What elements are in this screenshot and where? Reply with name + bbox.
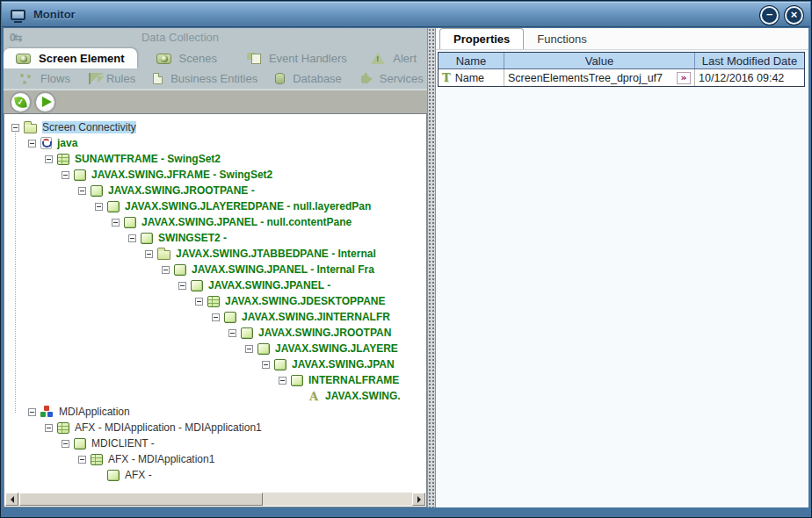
close-button[interactable]: [785, 6, 803, 25]
tab-alert[interactable]: Alert: [362, 48, 425, 68]
scrollbar-track[interactable]: [18, 493, 412, 506]
tree-node-mdiapplication[interactable]: MDIApplication: [4, 404, 426, 420]
tree-node-javax-swing-jrootpan[interactable]: JAVAX.SWING.JROOTPAN: [4, 325, 426, 341]
expand-toggle[interactable]: [62, 440, 69, 448]
tree-node-sunawtframe-swingset2[interactable]: SUNAWTFRAME - SwingSet2: [4, 151, 426, 167]
scroll-right-button[interactable]: [412, 493, 425, 506]
tree-node-internalframe[interactable]: INTERNALFRAME: [4, 372, 426, 388]
tab-rules[interactable]: Rules: [79, 68, 144, 89]
tree-node-mdiclient[interactable]: MDICLIENT -: [4, 435, 426, 451]
scroll-left-button[interactable]: [5, 493, 18, 506]
alert-icon: [371, 53, 385, 64]
tree-node-javax-swing-jrootpane[interactable]: JAVAX.SWING.JROOTPANE -: [4, 183, 426, 198]
tree-node-afx[interactable]: AFX -: [4, 467, 426, 483]
square-icon: [241, 327, 253, 339]
expand-toggle[interactable]: [78, 187, 86, 195]
tree-node-javax-swing-jdesktoppane[interactable]: JAVAX.SWING.JDESKTOPPANE: [4, 293, 426, 309]
tree-node-screen-connectivity[interactable]: Screen Connectivity: [4, 119, 426, 135]
tab-flows[interactable]: Flows: [11, 68, 79, 89]
expand-toggle[interactable]: [62, 171, 69, 179]
tree-node-javax-swing-jpanel-internal-fra[interactable]: JAVAX.SWING.JPANEL - Internal Fra: [4, 262, 426, 277]
expand-toggle[interactable]: [145, 250, 153, 258]
tree-node-label: INTERNALFRAME: [308, 374, 399, 386]
grid-icon: [91, 454, 103, 465]
right-tab-strip: PropertiesFunctions: [436, 28, 808, 50]
expand-toggle[interactable]: [195, 298, 203, 306]
expand-toggle[interactable]: [45, 155, 53, 163]
screen-connectivity-tree: Screen ConnectivityjavaSUNAWTFRAME - Swi…: [4, 113, 427, 507]
tree-node-javax-swing-jtabbedpane-internal[interactable]: JAVAX.SWING.JTABBEDPANE - Internal: [4, 246, 426, 262]
expand-toggle[interactable]: [279, 377, 286, 385]
run-button[interactable]: [34, 91, 56, 113]
square-icon: [174, 264, 186, 276]
expand-toggle[interactable]: [212, 313, 220, 321]
horizontal-scrollbar[interactable]: [5, 493, 425, 506]
tree-node-label: JAVAX.SWING.JDESKTOPPANE: [225, 295, 385, 307]
grid-icon: [57, 422, 69, 434]
tree-node-javax-swing-jframe-swingset2[interactable]: JAVAX.SWING.JFRAME - SwingSet2: [4, 167, 426, 183]
scrollbar-thumb[interactable]: [19, 493, 263, 506]
column-header-name[interactable]: Name: [439, 53, 504, 68]
tree-node-javax-swing-jpanel[interactable]: JAVAX.SWING.JPANEL -: [4, 277, 426, 293]
tree-node-javax-swing-jinternalfr[interactable]: JAVAX.SWING.JINTERNALFR: [4, 309, 426, 325]
tab-label: Event Handlers: [269, 52, 347, 65]
expand-toggle[interactable]: [112, 219, 120, 227]
tree-node-javax-swing-jpanel-null-contentpane[interactable]: JAVAX.SWING.JPANEL - null.contentPane: [4, 214, 426, 230]
folder-icon: [24, 124, 37, 133]
expand-toggle[interactable]: [78, 456, 86, 464]
tree-node-swingset2[interactable]: SWINGSET2 -: [4, 230, 426, 246]
tree-node-javax-swing-jpan[interactable]: JAVAX.SWING.JPAN: [4, 356, 426, 372]
tree-node-label: JAVAX.SWING.: [325, 390, 401, 402]
database-icon: [275, 73, 285, 84]
expand-toggle[interactable]: [28, 140, 36, 147]
column-header-last-modified-date[interactable]: Last Modified Date: [695, 53, 804, 68]
expand-toggle[interactable]: [95, 203, 103, 211]
tab-database[interactable]: Database: [266, 68, 351, 89]
table-header-row: NameValueLast Modified Date: [439, 53, 804, 69]
property-row[interactable]: TNameScreenElementsTree_dproj_uf710/12/2…: [439, 69, 804, 86]
panel-title: Data Collection: [4, 31, 357, 44]
tree-node-afx-mdiapplication1[interactable]: AFX - MDIApplication1: [4, 451, 426, 467]
tab-event-handlers[interactable]: Event Handlers: [238, 48, 356, 68]
tree-node-label: JAVAX.SWING.JFRAME - SwingSet2: [91, 169, 272, 181]
tree-node-label: SWINGSET2 -: [158, 232, 227, 244]
toolbar: [4, 90, 427, 113]
business-icon: [153, 73, 163, 84]
expand-value-button[interactable]: [677, 72, 691, 84]
tree-node-label: JAVAX.SWING.JPANEL -: [208, 279, 330, 291]
text-type-icon: T: [442, 72, 451, 83]
titlebar[interactable]: Monitor: [2, 2, 810, 27]
expand-toggle[interactable]: [11, 124, 19, 132]
tab-functions[interactable]: Functions: [524, 29, 599, 49]
expand-toggle[interactable]: [162, 266, 170, 274]
expand-toggle[interactable]: [45, 424, 53, 432]
expand-toggle[interactable]: [178, 282, 186, 290]
tab-screen-element[interactable]: Screen Element: [4, 48, 137, 68]
client-area: Data Collection Screen ElementScenesEven…: [4, 28, 808, 507]
tree-node-java[interactable]: java: [4, 135, 426, 151]
tab-scenes[interactable]: Scenes: [148, 48, 226, 68]
square-icon: [124, 217, 136, 228]
expand-toggle[interactable]: [28, 408, 36, 416]
validate-button[interactable]: [10, 91, 32, 113]
right-arrow-icon: [417, 496, 421, 503]
tab-properties[interactable]: Properties: [439, 28, 524, 49]
minimize-button[interactable]: [760, 6, 779, 25]
column-header-value[interactable]: Value: [504, 53, 695, 68]
tree-node-afx-mdiapplication-mdiapplication1[interactable]: AFX - MDIApplication - MDIApplication1: [4, 420, 426, 435]
tree-node-label: JAVAX.SWING.JLAYERE: [275, 342, 398, 355]
expand-toggle[interactable]: [262, 361, 270, 369]
tab-services[interactable]: Services: [351, 68, 432, 89]
tab-business-entities[interactable]: Business Entities: [144, 68, 266, 89]
tree-node-javax-swing-jlayeredpane-null-layeredpan[interactable]: JAVAX.SWING.JLAYEREDPANE - null.layeredP…: [4, 198, 426, 214]
tree-node-label: JAVAX.SWING.JINTERNALFR: [242, 311, 390, 323]
expand-toggle[interactable]: [245, 345, 253, 353]
tree-node-javax-swing-jlayere[interactable]: JAVAX.SWING.JLAYERE: [4, 341, 426, 356]
expand-toggle[interactable]: [228, 329, 236, 337]
square-icon: [74, 169, 86, 181]
panel-splitter[interactable]: [427, 28, 436, 507]
tab-label: Scenes: [179, 52, 217, 65]
expand-toggle[interactable]: [128, 234, 136, 242]
tree-node-javax-swing[interactable]: AJAVAX.SWING.: [4, 388, 426, 404]
tree-node-label: SUNAWTFRAME - SwingSet2: [75, 153, 221, 165]
